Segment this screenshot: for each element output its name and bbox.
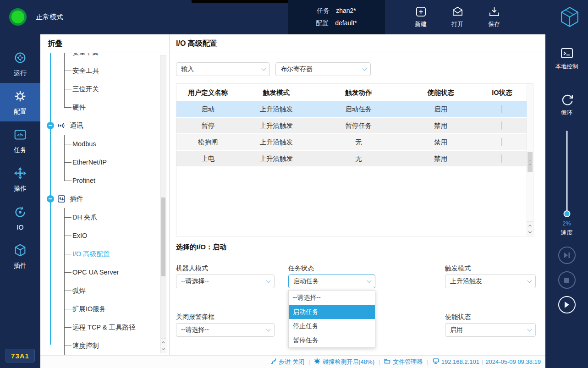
step-status[interactable]: 步进 关闭 — [270, 358, 304, 366]
tree-item-plugins[interactable]: 插件 — [40, 190, 169, 208]
task-state-dropdown-menu: --请选择-- 启动任务 停止任务 暂停任务 — [288, 290, 375, 348]
tree-item-label: 扩展IO服务 — [72, 305, 106, 313]
loop-button[interactable] — [559, 92, 574, 109]
speed-slider-thumb[interactable] — [563, 210, 570, 217]
network-time-status: 192.168.2.101|2024-05-09 09:38:19 — [433, 358, 541, 366]
cell-trigger-mode: 上升沿触发 — [240, 154, 313, 163]
new-button[interactable]: 新建 — [407, 5, 434, 28]
separator: | — [482, 358, 483, 365]
tree-item-speed-control[interactable]: 速度控制 — [40, 336, 169, 355]
robot-mode-value: --请选择-- — [176, 277, 262, 286]
io-state-checkbox[interactable] — [501, 138, 502, 146]
tree-item-label: Profinet — [72, 177, 95, 184]
enable-state-select[interactable]: 启用 — [445, 323, 536, 337]
sidebar-item-task[interactable]: </> 任务 — [0, 121, 40, 160]
scroll-up-button[interactable] — [161, 338, 166, 346]
sidebar-label-operate: 操作 — [14, 185, 27, 193]
task-state-select[interactable]: 启动任务 — [288, 275, 375, 288]
tree-connector — [64, 327, 71, 328]
tree-item-profinet[interactable]: Profinet — [40, 171, 169, 190]
tree-item-label: 插件 — [70, 195, 83, 203]
cell-trigger-mode: 上升沿触发 — [240, 138, 313, 147]
tree-item-safety-tool[interactable]: 安全工具 — [40, 61, 169, 80]
scroll-up-button[interactable] — [527, 221, 533, 229]
io-type-select[interactable]: 输入 — [176, 62, 270, 76]
collapse-minus-icon[interactable] — [47, 122, 54, 129]
tree-item-dh-gripper[interactable]: DH 夹爪 — [40, 208, 169, 226]
tree-item-label: Modbus — [72, 140, 96, 148]
tree-item-label: 弧焊 — [72, 286, 86, 295]
tree-item-three-position-switch[interactable]: 三位开关 — [40, 80, 169, 98]
close-alarm-label: 关闭报警弹框 — [176, 313, 214, 321]
table-scrollbar-thumb[interactable] — [528, 152, 533, 172]
collision-label: 碰撞检测开启(48%) — [323, 358, 374, 366]
tree-item-exio[interactable]: ExIO — [40, 226, 169, 245]
cell-enable-state: 禁用 — [404, 121, 478, 130]
run-icon — [13, 50, 27, 66]
trigger-mode-select[interactable]: 上升沿触发 — [445, 275, 536, 288]
register-type-select[interactable]: 布尔寄存器 — [275, 62, 371, 76]
table-row[interactable]: 暂停 上升沿触发 暂停任务 禁用 — [176, 118, 527, 134]
play-button[interactable] — [558, 296, 576, 313]
sidebar-item-run[interactable]: 运行 — [0, 44, 40, 83]
tree-item-io-advanced-config[interactable]: I/O 高级配置 — [40, 245, 169, 263]
col-header-enable-state: 使能状态 — [404, 88, 478, 97]
sidebar-item-io[interactable]: IO — [0, 198, 40, 237]
task-config-panel[interactable]: 任务 zhan2* 配置 default* — [288, 0, 385, 34]
speed-slider-track[interactable] — [566, 131, 567, 214]
chevron-down-icon — [262, 275, 274, 288]
table-row[interactable]: 启动 上升沿触发 启动任务 启用 — [176, 101, 527, 118]
tree-item-remote-tcp-toolpath[interactable]: 远程 TCP & 工具路径 — [40, 318, 169, 336]
io-state-checkbox[interactable] — [501, 105, 502, 113]
save-button[interactable]: 保存 — [480, 5, 508, 28]
io-state-checkbox[interactable] — [501, 154, 502, 163]
tree-item-extended-io-service[interactable]: 扩展IO服务 — [40, 300, 169, 318]
tree-scrollbar[interactable] — [160, 55, 166, 353]
collision-status[interactable]: 碰撞检测开启(48%) — [314, 358, 374, 366]
dropdown-option[interactable]: --请选择-- — [289, 291, 375, 305]
config-tree-panel: 折叠 安全平面 安全工具 三位开关 硬件 通讯 Modbus EtherNe — [40, 34, 170, 355]
chevron-down-icon — [363, 275, 375, 288]
tree-item-label: 安全平面 — [72, 53, 99, 57]
col-header-io-state: IO状态 — [478, 88, 527, 97]
tree-scrollbar-thumb[interactable] — [161, 198, 165, 276]
task-value: zhan2* — [336, 7, 356, 15]
robot-id-badge[interactable]: 73A1 — [5, 349, 35, 363]
scroll-down-button[interactable] — [161, 346, 166, 353]
tree-item-hardware[interactable]: 硬件 — [40, 98, 169, 116]
dropdown-option[interactable]: 停止任务 — [289, 319, 375, 333]
table-row[interactable]: 松抱闸 上升沿触发 无 禁用 — [176, 134, 527, 151]
collapse-minus-icon[interactable] — [47, 195, 54, 203]
tree-view: 安全平面 安全工具 三位开关 硬件 通讯 Modbus EtherNet/IP … — [40, 53, 169, 355]
tree-item-ethernet-ip[interactable]: EtherNet/IP — [40, 153, 169, 171]
close-alarm-select[interactable]: --请选择-- — [176, 323, 275, 337]
sidebar-item-config[interactable]: 配置 — [0, 83, 40, 121]
io-state-checkbox[interactable] — [501, 121, 502, 130]
robot-mode-select[interactable]: --请选择-- — [176, 275, 275, 288]
dropdown-option-selected[interactable]: 启动任务 — [289, 305, 375, 319]
sidebar-item-plugin[interactable]: 插件 — [0, 237, 40, 275]
chevron-down-icon — [528, 230, 532, 233]
file-manager-icon — [384, 358, 390, 366]
collision-icon — [314, 358, 320, 366]
tree-item-modbus[interactable]: Modbus — [40, 135, 169, 153]
tree-item-communication[interactable]: 通讯 — [40, 116, 169, 135]
skip-to-end-button[interactable] — [558, 247, 576, 264]
table-scrollbar[interactable] — [527, 84, 533, 236]
open-button[interactable]: 打开 — [444, 5, 471, 28]
tree-item-safety-plane[interactable]: 安全平面 — [40, 53, 169, 61]
tree-item-arc-welding[interactable]: 弧焊 — [40, 281, 169, 300]
local-control-button[interactable] — [560, 46, 574, 62]
sidebar-label-config: 配置 — [14, 108, 27, 116]
speed-label: 速度 — [545, 229, 588, 237]
dropdown-option[interactable]: 暂停任务 — [289, 333, 375, 347]
file-manager-button[interactable]: 文件管理器 — [384, 358, 423, 366]
scroll-down-button[interactable] — [527, 229, 533, 236]
tree-item-opc-ua-server[interactable]: OPC UA Server — [40, 263, 169, 281]
sidebar-item-operate[interactable]: 操作 — [0, 160, 40, 198]
stop-button[interactable] — [558, 271, 576, 289]
tree-collapse-button[interactable]: 折叠 — [40, 34, 169, 53]
cell-name: 松抱闸 — [176, 138, 240, 147]
table-row[interactable]: 上电 上升沿触发 无 禁用 — [176, 151, 527, 167]
chevron-up-icon — [162, 341, 165, 344]
